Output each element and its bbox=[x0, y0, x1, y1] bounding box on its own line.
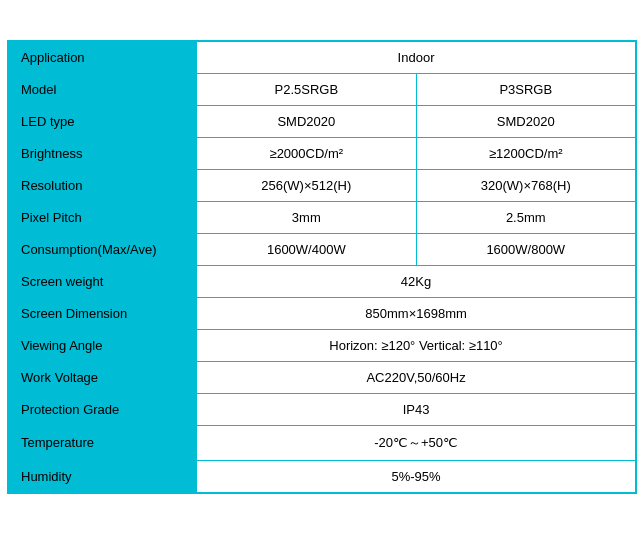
table-row: Screen Dimension850mm×1698mm bbox=[9, 297, 636, 329]
table-row: Pixel Pitch3mm2.5mm bbox=[9, 201, 636, 233]
table-row: Consumption(Max/Ave)1600W/400W1600W/800W bbox=[9, 233, 636, 265]
table-row: Work VoltageAC220V,50/60Hz bbox=[9, 361, 636, 393]
row-label: Protection Grade bbox=[9, 393, 197, 425]
row-value-2: P3SRGB bbox=[416, 73, 635, 105]
row-value-single: IP43 bbox=[197, 393, 636, 425]
row-value-2: 320(W)×768(H) bbox=[416, 169, 635, 201]
row-label: Consumption(Max/Ave) bbox=[9, 233, 197, 265]
row-value-2: ≥1200CD/m² bbox=[416, 137, 635, 169]
row-label: Model bbox=[9, 73, 197, 105]
table-row: ModelP2.5SRGBP3SRGB bbox=[9, 73, 636, 105]
table-row: Screen weight42Kg bbox=[9, 265, 636, 297]
row-label: Application bbox=[9, 41, 197, 73]
row-value-2: SMD2020 bbox=[416, 105, 635, 137]
spec-table: ApplicationIndoorModelP2.5SRGBP3SRGBLED … bbox=[7, 40, 637, 494]
table-row: LED typeSMD2020SMD2020 bbox=[9, 105, 636, 137]
row-value-single: 5%-95% bbox=[197, 460, 636, 492]
row-label: Pixel Pitch bbox=[9, 201, 197, 233]
row-label: LED type bbox=[9, 105, 197, 137]
row-value-2: 1600W/800W bbox=[416, 233, 635, 265]
row-value-1: 3mm bbox=[197, 201, 416, 233]
row-value-2: 2.5mm bbox=[416, 201, 635, 233]
table-row: Brightness≥2000CD/m²≥1200CD/m² bbox=[9, 137, 636, 169]
row-label: Resolution bbox=[9, 169, 197, 201]
row-label: Humidity bbox=[9, 460, 197, 492]
row-value-single: Indoor bbox=[197, 41, 636, 73]
row-label: Brightness bbox=[9, 137, 197, 169]
row-value-1: ≥2000CD/m² bbox=[197, 137, 416, 169]
row-value-1: SMD2020 bbox=[197, 105, 416, 137]
table-row: Protection GradeIP43 bbox=[9, 393, 636, 425]
row-value-1: 1600W/400W bbox=[197, 233, 416, 265]
row-value-single: AC220V,50/60Hz bbox=[197, 361, 636, 393]
table-row: Humidity5%-95% bbox=[9, 460, 636, 492]
table-row: Viewing AngleHorizon: ≥120° Vertical: ≥1… bbox=[9, 329, 636, 361]
table-row: Temperature-20℃～+50℃ bbox=[9, 425, 636, 460]
row-label: Work Voltage bbox=[9, 361, 197, 393]
row-label: Screen Dimension bbox=[9, 297, 197, 329]
row-label: Screen weight bbox=[9, 265, 197, 297]
table-row: ApplicationIndoor bbox=[9, 41, 636, 73]
row-label: Temperature bbox=[9, 425, 197, 460]
row-value-single: 42Kg bbox=[197, 265, 636, 297]
row-value-single: -20℃～+50℃ bbox=[197, 425, 636, 460]
row-label: Viewing Angle bbox=[9, 329, 197, 361]
row-value-1: 256(W)×512(H) bbox=[197, 169, 416, 201]
table-row: Resolution256(W)×512(H)320(W)×768(H) bbox=[9, 169, 636, 201]
row-value-1: P2.5SRGB bbox=[197, 73, 416, 105]
row-value-single: 850mm×1698mm bbox=[197, 297, 636, 329]
row-value-single: Horizon: ≥120° Vertical: ≥110° bbox=[197, 329, 636, 361]
